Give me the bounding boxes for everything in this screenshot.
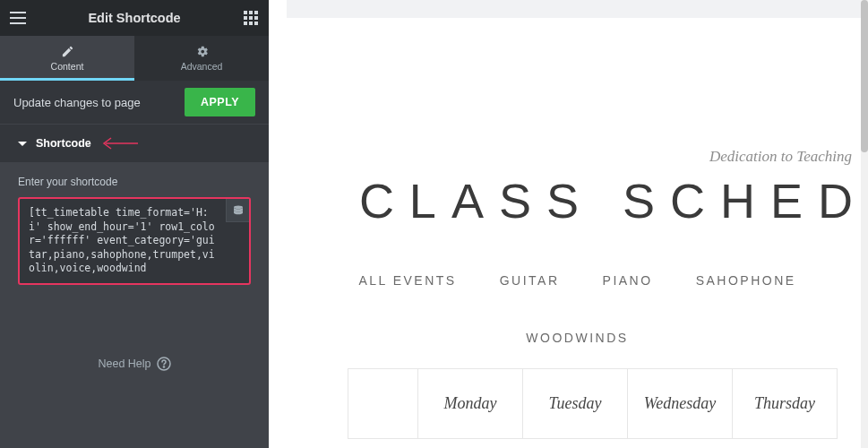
timetable-header-row: Monday Tuesday Wednesday Thursday	[348, 369, 838, 439]
section-shortcode-header[interactable]: Shortcode	[0, 124, 269, 162]
shortcode-input-wrapper: [tt_timetable time_format='H:i' show_end…	[18, 197, 251, 285]
svg-point-6	[163, 366, 164, 366]
filter-all-events[interactable]: ALL EVENTS	[358, 273, 456, 288]
page-preview: Dedication to Teaching CLASS SCHED ALL E…	[269, 0, 868, 448]
filter-piano[interactable]: PIANO	[603, 273, 653, 288]
pencil-icon	[61, 45, 74, 58]
preview-content: Dedication to Teaching CLASS SCHED ALL E…	[287, 18, 868, 448]
day-tuesday: Tuesday	[523, 369, 628, 439]
section-shortcode-title: Shortcode	[36, 137, 91, 150]
timetable: Monday Tuesday Wednesday Thursday	[348, 368, 838, 439]
caret-down-icon	[18, 142, 27, 146]
help-icon	[157, 357, 171, 371]
gear-icon	[195, 45, 209, 58]
tab-content-label: Content	[51, 61, 84, 72]
page-title: CLASS SCHED	[340, 166, 868, 228]
tab-content[interactable]: Content	[0, 36, 134, 81]
filter-sahophone[interactable]: SAHOPHONE	[696, 273, 796, 288]
update-text: Update changes to page	[13, 96, 141, 109]
day-thursday: Thursday	[733, 369, 838, 439]
sidebar-header: Edit Shortcode	[0, 0, 269, 36]
shortcode-label: Enter your shortcode	[18, 176, 251, 188]
widgets-button[interactable]	[233, 0, 269, 36]
timetable-corner	[348, 369, 418, 439]
preview-gutter	[287, 0, 868, 18]
sidebar-title: Edit Shortcode	[36, 11, 233, 25]
editor-sidebar: Edit Shortcode Content Advanced Update c…	[0, 0, 269, 448]
tab-advanced-label: Advanced	[181, 61, 223, 72]
editor-tabs: Content Advanced	[0, 36, 269, 81]
shortcode-input[interactable]: [tt_timetable time_format='H:i' show_end…	[20, 199, 249, 283]
event-filters: ALL EVENTS GUITAR PIANO SAHOPHONE WOODWI…	[287, 228, 868, 350]
page-subtitle: Dedication to Teaching	[287, 18, 868, 166]
update-bar: Update changes to page APPLY	[0, 81, 269, 124]
day-monday: Monday	[418, 369, 523, 439]
svg-rect-0	[10, 12, 26, 13]
day-wednesday: Wednesday	[628, 369, 733, 439]
preview-scrollbar-thumb[interactable]	[861, 0, 868, 152]
need-help-link[interactable]: Need Help	[0, 357, 269, 371]
hamburger-icon	[10, 12, 26, 24]
shortcode-dynamic-button[interactable]	[226, 199, 249, 222]
svg-rect-1	[10, 17, 26, 19]
menu-button[interactable]	[0, 0, 36, 36]
filter-guitar[interactable]: GUITAR	[500, 273, 560, 288]
tab-advanced[interactable]: Advanced	[134, 36, 269, 81]
apply-button[interactable]: APPLY	[185, 88, 255, 116]
filter-woodwinds[interactable]: WOODWINDS	[526, 331, 628, 345]
svg-point-4	[234, 205, 243, 209]
database-icon	[233, 205, 244, 216]
apps-icon	[244, 11, 258, 25]
annotation-arrow-icon	[100, 137, 138, 150]
section-shortcode-body: Enter your shortcode [tt_timetable time_…	[0, 162, 269, 298]
need-help-label: Need Help	[98, 358, 150, 370]
svg-rect-2	[10, 22, 26, 24]
